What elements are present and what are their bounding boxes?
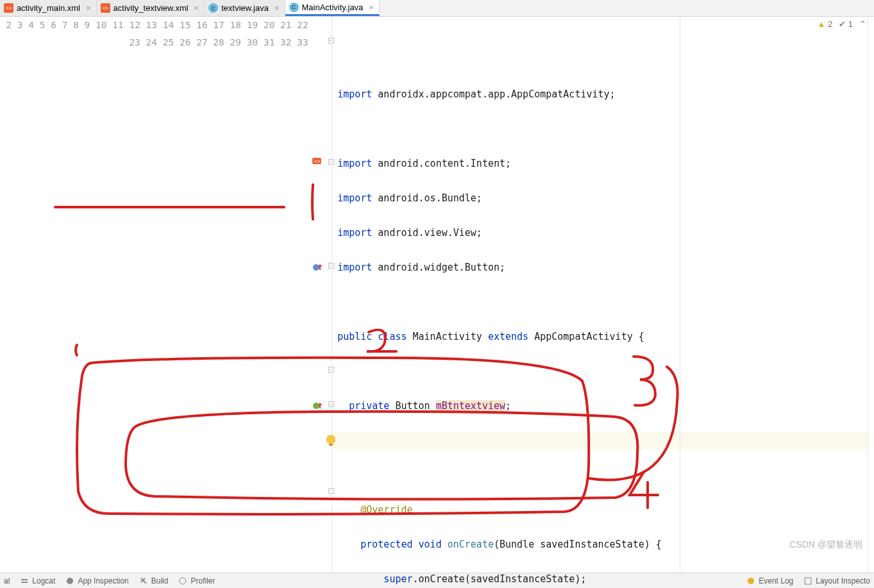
- editor-gutter[interactable]: 2 3 4 5 6 7 8 9 10 11 12 13 14 15 16 17 …: [0, 17, 332, 573]
- override-method-gutter-icon[interactable]: [312, 262, 323, 273]
- svg-point-3: [313, 403, 319, 409]
- tab-label: textview.java: [221, 3, 269, 13]
- bug-icon: [65, 576, 74, 585]
- hammer-icon: [139, 576, 148, 585]
- code-editor[interactable]: ▲ 2 ✔ 1 ⌃ 2 3 4 5 6 7 8 9 10 11 12 13 14…: [0, 17, 874, 573]
- svg-point-7: [67, 578, 73, 584]
- bottom-item-app-inspection[interactable]: App Inspection: [65, 576, 128, 585]
- editor-tabs: activity_main.xml × activity_textview.xm…: [0, 0, 874, 17]
- fold-column[interactable]: − − − − − −: [327, 17, 332, 573]
- close-icon[interactable]: ×: [86, 3, 91, 13]
- tab-activity-textview-xml[interactable]: activity_textview.xml ×: [97, 0, 205, 16]
- xml-file-icon: [101, 3, 110, 13]
- tab-label: activity_main.xml: [17, 3, 80, 13]
- tab-textview-java[interactable]: textview.java ×: [205, 0, 285, 16]
- bottom-item-build[interactable]: Build: [139, 576, 169, 585]
- java-class-icon: [289, 3, 299, 12]
- close-icon[interactable]: ×: [274, 3, 280, 13]
- implement-method-gutter-icon[interactable]: [312, 401, 323, 411]
- class-gutter-icon[interactable]: <>: [312, 158, 323, 168]
- svg-text:<>: <>: [314, 158, 321, 164]
- svg-point-8: [180, 578, 186, 584]
- code-text[interactable]: import androidx.appcompat.app.AppCompatA…: [332, 17, 874, 573]
- bottom-item-logcat[interactable]: Logcat: [20, 576, 55, 585]
- line-numbers: 2 3 4 5 6 7 8 9 10 11 12 13 14 15 16 17 …: [0, 17, 311, 573]
- logcat-icon: [20, 576, 29, 585]
- bottom-item-profiler[interactable]: Profiler: [178, 576, 215, 585]
- tab-activity-main-xml[interactable]: activity_main.xml ×: [0, 0, 97, 16]
- gutter-icons-column: <>: [311, 17, 327, 573]
- close-icon[interactable]: ×: [194, 3, 199, 13]
- svg-point-2: [313, 264, 319, 271]
- tab-label: activity_textview.xml: [113, 3, 189, 13]
- svg-rect-6: [21, 582, 28, 583]
- java-class-icon: [208, 3, 218, 13]
- xml-file-icon: [4, 3, 13, 13]
- bottom-item-terminal[interactable]: al: [4, 576, 10, 585]
- tab-label: MainActivity.java: [302, 3, 364, 12]
- gauge-icon: [178, 576, 187, 585]
- svg-rect-5: [21, 579, 28, 580]
- close-icon[interactable]: ×: [369, 3, 374, 12]
- tab-main-activity-java[interactable]: MainActivity.java ×: [285, 0, 380, 16]
- error-stripe[interactable]: [868, 17, 874, 573]
